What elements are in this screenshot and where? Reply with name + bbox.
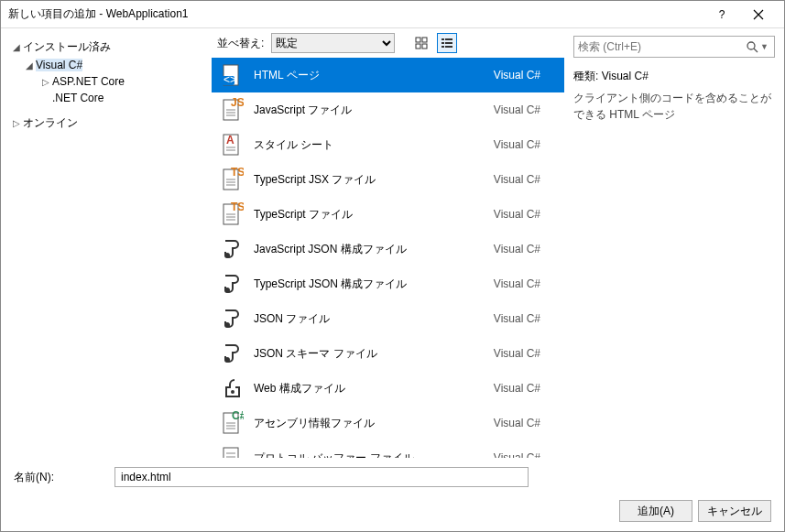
svg-point-34 [224,322,230,328]
file-type-icon: C# [219,410,245,436]
template-label: JavaScript ファイル [254,103,485,118]
svg-rect-2 [416,44,420,49]
template-list[interactable]: <>HTML ページVisual C#JSJavaScript ファイルVisu… [212,58,564,458]
template-item[interactable]: JSJavaScript ファイルVisual C# [212,92,564,127]
template-label: スタイル シート [254,137,485,153]
tree-net-core[interactable]: .NET Core [6,90,206,106]
template-label: Web 構成ファイル [254,381,485,396]
template-language: Visual C# [494,417,557,429]
svg-rect-7 [445,42,452,44]
tree-installed[interactable]: ◢ インストール済み [6,38,206,57]
template-item[interactable]: JSON スキーマ ファイルVisual C# [212,336,564,371]
tree-aspnet-core[interactable]: ▷ ASP.NET Core [6,73,206,90]
titlebar: 新しい項目の追加 - WebApplication1 ? [1,1,784,28]
type-description: クライアント側のコードを含めることができる HTML ページ [573,90,775,123]
template-item[interactable]: Web 構成ファイルVisual C# [212,371,564,406]
template-item[interactable]: C#アセンブリ情報ファイルVisual C# [212,406,564,440]
template-language: Visual C# [494,243,557,255]
svg-point-47 [747,42,755,49]
template-language: Visual C# [494,173,557,186]
center-panel: 並べ替え: 既定 <>HTML ページVisual C#JSJavaScript… [212,28,564,458]
left-tree: ◢ インストール済み ◢ Visual C# ▷ ASP.NET Core .N… [1,28,212,458]
svg-text:TS: TS [231,168,244,179]
svg-point-32 [224,253,230,258]
template-language: Visual C# [494,312,557,325]
template-label: HTML ページ [254,68,485,83]
svg-point-33 [224,288,230,293]
svg-rect-0 [416,38,420,42]
type-value: Visual C# [602,70,649,82]
chevron-down-icon: ◢ [23,60,36,71]
name-label: 名前(N): [14,470,105,485]
template-language: Visual C# [494,277,557,290]
file-type-icon [219,341,245,366]
list-icon [441,37,453,49]
template-item[interactable]: JSON ファイルVisual C# [212,301,564,336]
info-panel: 種類: Visual C# クライアント側のコードを含めることができる HTML… [573,69,775,123]
svg-line-48 [754,49,758,52]
template-label: アセンブリ情報ファイル [254,416,485,431]
svg-rect-6 [442,42,444,44]
view-medium-icons-button[interactable] [411,33,431,53]
bottom-bar: 名前(N): 追加(A) キャンセル [1,458,784,531]
svg-rect-1 [422,38,427,42]
type-label: 種類: [573,70,598,82]
template-item[interactable]: TSTypeScript JSX ファイルVisual C# [212,162,564,197]
file-type-icon [219,271,245,297]
svg-point-36 [231,390,234,394]
svg-text:A: A [226,134,234,147]
file-type-icon [219,445,245,458]
file-type-icon: TS [219,167,245,192]
svg-rect-4 [442,38,444,40]
name-input[interactable] [114,467,529,487]
file-type-icon: <> [219,62,245,88]
cancel-button[interactable]: キャンセル [698,500,771,522]
template-item[interactable]: プロトコル バッファー ファイルVisual C# [212,440,564,458]
search-input[interactable] [578,40,746,53]
template-language: Visual C# [494,382,557,395]
svg-rect-9 [445,46,452,48]
add-button[interactable]: 追加(A) [619,500,692,522]
toolbar: 並べ替え: 既定 [212,28,564,58]
sort-label: 並べ替え: [217,36,264,51]
template-label: TypeScript ファイル [254,207,485,223]
sort-select[interactable]: 既定 [271,33,395,53]
tree-online[interactable]: ▷ オンライン [6,114,206,133]
file-type-icon: A [219,132,245,157]
template-item[interactable]: JavaScript JSON 構成ファイルVisual C# [212,232,564,266]
svg-text:<>: <> [224,73,236,86]
view-list-button[interactable] [437,33,457,53]
tree-visual-csharp[interactable]: ◢ Visual C# [6,57,206,73]
template-language: Visual C# [494,451,557,458]
window-title: 新しい項目の追加 - WebApplication1 [8,6,703,22]
template-item[interactable]: <>HTML ページVisual C# [212,58,564,92]
close-icon [753,9,764,20]
template-label: TypeScript JSON 構成ファイル [254,277,485,292]
svg-text:JS: JS [231,98,244,109]
template-label: プロトコル バッファー ファイル [254,451,485,459]
template-language: Visual C# [494,208,557,221]
template-label: TypeScript JSX ファイル [254,172,485,188]
template-item[interactable]: TSTypeScript ファイルVisual C# [212,197,564,232]
template-language: Visual C# [494,347,557,360]
search-box[interactable]: ▼ [573,36,775,58]
template-item[interactable]: Aスタイル シートVisual C# [212,127,564,162]
template-label: JSON ファイル [254,311,485,327]
template-language: Visual C# [494,103,557,116]
template-language: Visual C# [494,138,557,151]
template-language: Visual C# [494,69,557,81]
grid-icon [415,37,428,49]
help-button[interactable]: ? [703,2,740,27]
file-type-icon: TS [219,201,245,227]
dropdown-icon[interactable]: ▼ [758,42,770,51]
close-button[interactable] [740,2,777,27]
svg-rect-3 [422,44,427,49]
template-label: JavaScript JSON 構成ファイル [254,242,485,257]
file-type-icon: JS [219,97,245,123]
chevron-right-icon: ▷ [39,77,52,87]
template-item[interactable]: TypeScript JSON 構成ファイルVisual C# [212,266,564,301]
main-area: ◢ インストール済み ◢ Visual C# ▷ ASP.NET Core .N… [1,28,784,458]
chevron-right-icon: ▷ [10,118,23,128]
file-type-icon [219,236,245,262]
search-icon [746,40,758,53]
